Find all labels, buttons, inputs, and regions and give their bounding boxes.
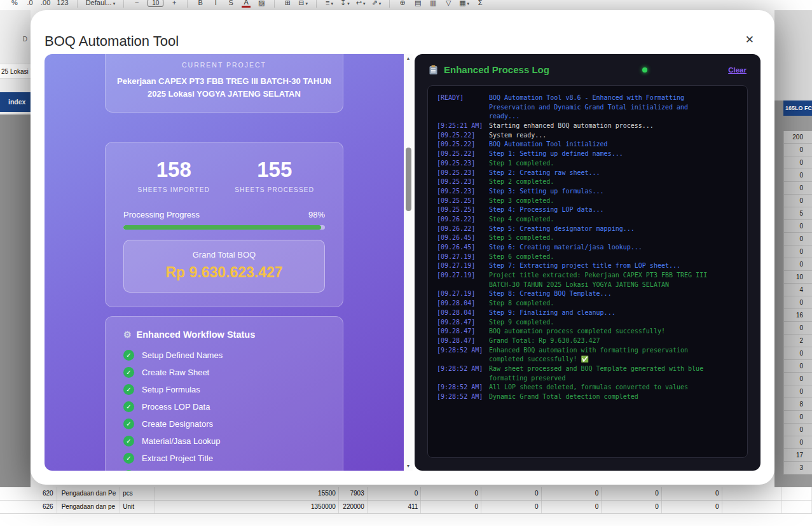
insert-comment-button[interactable]: ▤	[413, 0, 422, 7]
sheet-cell-value: 0	[783, 436, 812, 449]
scrollbar-thumb[interactable]	[406, 148, 411, 211]
log-timestamp: [09.25.23]	[437, 187, 489, 197]
sheet-cell-value: 0	[783, 322, 812, 335]
decrease-decimals-button[interactable]: .0	[25, 0, 34, 6]
create-filter-button[interactable]: ▽	[444, 0, 453, 7]
cell-value: 0	[542, 487, 602, 500]
increase-decimals-button[interactable]: .00	[41, 0, 50, 6]
log-message: Step 4 completed.	[489, 215, 708, 225]
modal-title: BOQ Automation Tool	[45, 33, 179, 50]
log-entry: [09.28.04]Step 9: Finalizing and cleanup…	[437, 308, 738, 318]
clear-log-button[interactable]: Clear	[728, 66, 747, 74]
sheet-cell-value: 0	[783, 411, 812, 424]
strikethrough-button[interactable]: S	[226, 0, 235, 6]
cell-unit: pcs	[120, 487, 155, 500]
progress-label-row: Processing Progress 98%	[123, 210, 325, 219]
workflow-item-label: Material/Jasa Lookup	[142, 436, 221, 446]
cell-value: 0	[542, 501, 602, 513]
text-wrap-button[interactable]: ↩▾	[356, 0, 366, 7]
grand-total-value: Rp 9.630.623.427	[130, 264, 318, 281]
close-icon[interactable]: ✕	[741, 29, 758, 50]
sheet-value-column: 20000000500001040160200008000173	[783, 131, 812, 474]
log-entry: [9:25:21 AM]Starting enhanced BOQ automa…	[437, 121, 738, 131]
functions-button[interactable]: Σ	[476, 0, 485, 6]
insert-chart-button[interactable]: ▥	[429, 0, 437, 7]
log-entry: [09.28.47]Step 9 completed.	[437, 318, 738, 328]
log-entry: [9:28:52 AM]Dynamic Grand Total detectio…	[437, 392, 738, 402]
workflow-item-label: Extract Project Title	[142, 453, 213, 463]
toolbar-divider	[274, 0, 275, 8]
log-entry: [09.25.23]Step 2: Creating raw sheet...	[437, 169, 738, 178]
text-rotation-button[interactable]: ⇗▾	[371, 0, 381, 7]
toolbar-divider	[187, 0, 188, 8]
sheets-processed-label: SHEETS PROCESSED	[224, 186, 326, 193]
scroll-up-icon[interactable]: ▲	[404, 54, 413, 63]
log-entry: [09.27.19]Project title extracted: Peker…	[437, 271, 738, 289]
fill-color-button[interactable]: ▨	[257, 0, 266, 7]
sheet-cell-value: 2	[783, 335, 812, 347]
log-message: Step 5 completed.	[489, 233, 708, 243]
log-entry: [9:28:52 AM]All LOP sheets deleted, form…	[437, 383, 738, 392]
grand-total-label: Grand Total BOQ	[130, 250, 318, 260]
clipboard-icon	[429, 65, 438, 75]
log-timestamp: [09.28.47]	[437, 336, 489, 346]
project-title: Pekerjaan CAPEX PT3 FBB TREG III BATCH-3…	[117, 75, 331, 100]
status-panel-scrollbar[interactable]: ▲ ▼	[404, 54, 413, 471]
sheets-imported-value: 158	[123, 158, 224, 182]
number-format-button[interactable]: 123	[57, 0, 68, 6]
log-message: Step 6 completed.	[489, 253, 708, 262]
sheet-cell-value: 0	[783, 373, 812, 385]
progress-fill	[123, 225, 321, 230]
log-timestamp: [09.26.22]	[437, 225, 489, 234]
sheet-cell-value: 4	[783, 284, 812, 296]
italic-button[interactable]: I	[211, 0, 220, 6]
sheet-cell-value: 0	[783, 296, 812, 309]
log-entry: [09.25.22]BOQ Automation Tool initialize…	[437, 140, 738, 149]
font-size-input[interactable]: 10	[148, 0, 163, 7]
vertical-align-button[interactable]: ↧▾	[340, 0, 350, 7]
cell-value: 0	[602, 487, 662, 500]
decrease-font-size-button[interactable]: −	[132, 0, 141, 6]
log-timestamp: [09.28.04]	[437, 299, 489, 308]
bold-button[interactable]: B	[196, 0, 205, 6]
sheet-cell-value: 0	[783, 360, 812, 373]
table-views-button[interactable]: ▦▾	[459, 0, 469, 7]
log-entry: [09.25.25]Step 3 completed.	[437, 197, 738, 206]
table-row: 620Pengadaan dan Pepcs155007903000000	[0, 487, 812, 501]
scroll-down-icon[interactable]: ▼	[404, 462, 413, 471]
workflow-item: ✓Setup Formulas	[123, 384, 325, 395]
log-message: System ready...	[489, 131, 708, 141]
chevron-down-icon: ▾	[113, 1, 116, 6]
log-entry: [09.27.19]Step 8: Creating BOQ Template.…	[437, 289, 738, 299]
cell-value: 0	[662, 501, 722, 513]
sheet-cell-value: 0	[783, 169, 812, 182]
sheet-cell-value: 0	[783, 220, 812, 233]
font-family-select[interactable]: Defaul...▾	[86, 0, 115, 6]
percent-format-button[interactable]: %	[10, 0, 19, 6]
sheet-area	[774, 10, 812, 100]
log-timestamp: [09.27.19]	[437, 271, 489, 289]
progress-bar	[123, 225, 325, 230]
log-entry: [09.26.45]Step 6: Creating material/jasa…	[437, 243, 738, 253]
log-console[interactable]: [READY]BOQ Automation Tool v8.6 - Enhanc…	[427, 85, 748, 458]
borders-button[interactable]: ⊞	[283, 0, 292, 7]
log-timestamp: [09.25.25]	[437, 197, 489, 206]
increase-font-size-button[interactable]: +	[170, 0, 179, 6]
progress-label: Processing Progress	[123, 210, 200, 219]
progress-percent: 98%	[308, 210, 325, 219]
sheet-cell-value: 0	[783, 424, 812, 436]
workflow-status-header: ⚙ Enhanced Workflow Status	[123, 329, 325, 340]
cell-unit: Unit	[120, 501, 155, 513]
screen: %.0.00123Defaul...▾−10+BISA▨⊞⊟▾≡▾↧▾↩▾⇗▾⊕…	[0, 0, 812, 526]
merge-cells-button[interactable]: ⊟▾	[298, 0, 308, 7]
cell-value: 7903	[339, 487, 368, 500]
log-timestamp: [09.28.04]	[437, 308, 489, 318]
check-icon: ✓	[123, 384, 134, 395]
text-color-button[interactable]: A	[242, 0, 251, 8]
horizontal-align-button[interactable]: ≡▾	[325, 0, 334, 6]
sheets-processed-stat: 155 SHEETS PROCESSED	[224, 158, 326, 193]
workflow-item-label: Create Designators	[142, 419, 213, 429]
grand-total-card: Grand Total BOQ Rp 9.630.623.427	[123, 240, 325, 293]
chevron-down-icon: ▾	[363, 1, 366, 6]
insert-link-button[interactable]: ⊕	[398, 0, 407, 7]
